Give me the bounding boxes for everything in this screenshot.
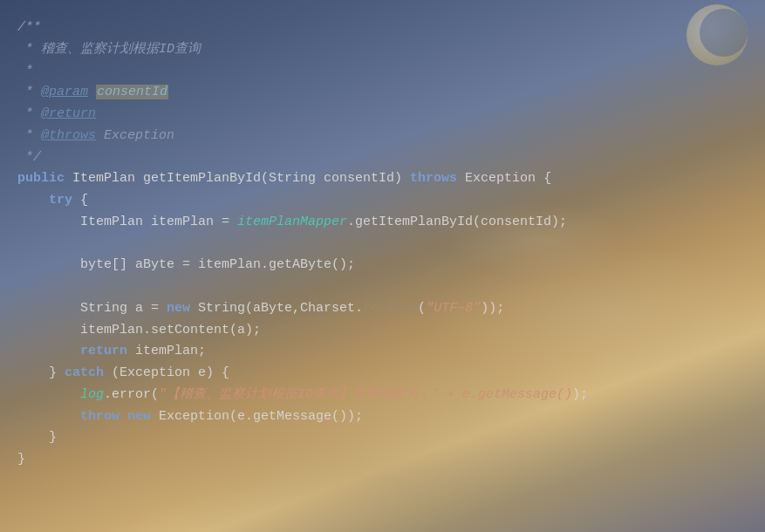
line-mapper-call: ItemPlan itemPlan = itemPlanMapper.getIt…: [17, 212, 748, 234]
line-method-close: }: [17, 449, 748, 471]
line-string-new: String a = new String(aByte,Charset.forN…: [17, 298, 748, 320]
line-set-content: itemPlan.setContent(a);: [17, 320, 748, 342]
line-comment-desc: * 稽查、监察计划根据ID查询: [17, 39, 748, 61]
line-blank1: [17, 234, 748, 256]
line-log-error: log.error("【稽查、监察计划根据ID查询】异常信息为：" + e.ge…: [17, 385, 748, 406]
line-byte-arr: byte[] aByte = itemPlan.getAByte();: [17, 255, 748, 276]
line-throw: throw new Exception(e.getMessage());: [17, 406, 748, 428]
line-comment-close: */: [17, 147, 748, 169]
line-comment-throws: * @throws Exception: [17, 126, 748, 147]
line-return: return itemPlan;: [17, 341, 748, 363]
line-comment-param: * @param consentId: [17, 82, 748, 104]
line-blank2: [17, 276, 748, 298]
line-signature: public ItemPlan getItemPlanById(String c…: [17, 168, 748, 190]
code-editor: /** * 稽查、监察计划根据ID查询 * * @param consentId…: [0, 9, 765, 480]
line-catch: } catch (Exception e) {: [17, 363, 748, 385]
line-comment-open: /**: [17, 17, 748, 39]
line-catch-close: }: [17, 427, 748, 449]
line-comment-empty: *: [17, 61, 748, 83]
line-comment-return: * @return: [17, 104, 748, 126]
line-try: try {: [17, 190, 748, 212]
